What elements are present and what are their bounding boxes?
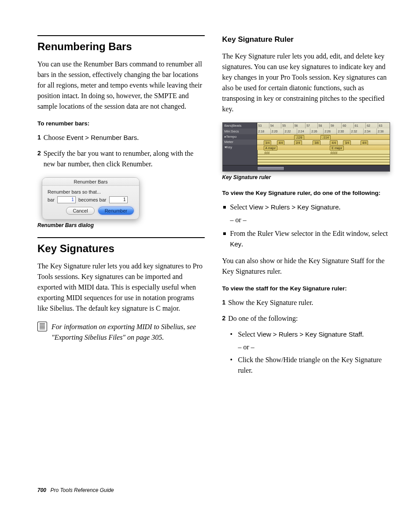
- label-bar: bar: [48, 197, 55, 202]
- step-number: 2: [37, 148, 41, 159]
- tempo-strip: ♩128♩114: [257, 134, 390, 139]
- step-1-text: Choose Event > Renumber Bars.: [44, 132, 205, 143]
- step-1: 1 Choose Event > Renumber Bars.: [37, 132, 205, 143]
- page-footer: 700 Pro Tools Reference Guide: [37, 487, 114, 493]
- ruler-label-key-text: Key: [226, 146, 232, 149]
- ruler-minsec-cells: 2:182:202:222:242:262:282:302:322:342:36: [257, 128, 390, 134]
- procedure-title-view-ruler: To view the Key Signature ruler, do one …: [222, 189, 390, 198]
- step-2: 2 Specify the bar you want to renumber, …: [37, 148, 205, 169]
- key-strip: A majorE major: [257, 145, 390, 150]
- page: Renumbering Bars You can use the Renumbe…: [0, 0, 420, 510]
- ruler-row-tempo: ▸ Tempo ♩128♩114: [223, 134, 390, 139]
- or-separator: – or –: [230, 216, 390, 224]
- ruler-row-bars: Bars|Beats 5354555657585960616263: [223, 123, 390, 128]
- caption-ruler: Key Signature ruler: [222, 174, 390, 180]
- heading-key-signatures: Key Signatures: [37, 237, 205, 255]
- ruler-scrollbar[interactable]: [223, 165, 390, 171]
- step-a-text: Show the Key Signature ruler.: [228, 297, 389, 308]
- figure-key-signature-ruler: Bars|Beats 5354555657585960616263 Min:Se…: [222, 122, 391, 172]
- scroll-thumb[interactable]: [257, 166, 284, 171]
- ruler-bar-cells: 5354555657585960616263: [257, 123, 390, 128]
- sub-bullet: Click the Show/Hide triangle on the Key …: [222, 355, 390, 376]
- paragraph-ruler-intro: The Key Signature ruler lets you add, ed…: [222, 51, 390, 114]
- input-bar-to[interactable]: 1: [109, 196, 128, 203]
- ruler-label-minsec: Min:Secs: [223, 128, 257, 134]
- ruler-row-key: ▾ Key A majorE major: [223, 145, 390, 150]
- bullet-item: Select View > Rulers > Key Signature.: [222, 202, 390, 213]
- cancel-button[interactable]: Cancel: [66, 207, 94, 215]
- two-column-layout: Renumbering Bars You can use the Renumbe…: [37, 35, 389, 379]
- staff-label-blank: [223, 150, 258, 165]
- figure-renumber-dialog: Renumber Bars Renumber bars so that... b…: [42, 177, 140, 220]
- dialog-title: Renumber Bars: [42, 178, 139, 186]
- paragraph-show-hide: You can also show or hide the Key Signat…: [222, 256, 390, 277]
- paragraph-renumber-intro: You can use the Renumber Bars command to…: [37, 59, 205, 112]
- heading-key-signature-ruler: Key Signature Ruler: [222, 35, 390, 44]
- step-b-text: Do one of the following:: [228, 313, 389, 324]
- note-text: For information on exporting MIDI to Sib…: [52, 322, 205, 343]
- caption-renumber-dialog: Renumber Bars dialog: [37, 222, 205, 228]
- label-becomes: becomes bar: [78, 197, 107, 202]
- ruler-label-tempo-text: Tempo: [226, 135, 237, 139]
- left-column: Renumbering Bars You can use the Renumbe…: [37, 35, 205, 379]
- dialog-body: Renumber bars so that... bar 1 becomes b…: [42, 186, 139, 219]
- meter-strip: 3/44/42/43/84/43/44/4: [257, 139, 390, 145]
- ruler-label-meter: Meter: [223, 139, 257, 145]
- staff-area: ♯♯♯♯♯♯♯: [223, 150, 390, 165]
- page-number: 700: [37, 487, 46, 493]
- renumber-button[interactable]: Renumber: [98, 207, 134, 215]
- step-number: 2: [222, 313, 226, 324]
- step-number: 1: [37, 132, 41, 143]
- ruler-row-meter: Meter 3/44/42/43/84/43/44/4: [223, 139, 390, 145]
- ruler-label-tempo: ▸ Tempo: [223, 134, 257, 139]
- bullet-list-1: Select View > Rulers > Key Signature. – …: [222, 202, 390, 249]
- step-number: 1: [222, 297, 226, 308]
- right-column: Key Signature Ruler The Key Signature ru…: [222, 35, 390, 379]
- dialog-button-row: Cancel Renumber: [48, 207, 134, 215]
- staff-lines: ♯♯♯♯♯♯♯: [258, 150, 390, 165]
- ruler-row-minsec: Min:Secs 2:182:202:222:242:262:282:302:3…: [223, 128, 390, 134]
- bullet-item: From the Ruler View selector in the Edit…: [222, 228, 390, 249]
- note-icon: [37, 322, 47, 331]
- paragraph-keysig-intro: The Key Signature ruler lets you add key…: [37, 261, 205, 314]
- step-2-text: Specify the bar you want to renumber, al…: [44, 148, 205, 169]
- dialog-subtitle: Renumber bars so that...: [48, 189, 134, 194]
- note-callout: For information on exporting MIDI to Sib…: [37, 322, 205, 343]
- step-a: 1 Show the Key Signature ruler.: [222, 297, 390, 308]
- sub-bullet-list: Select View > Rulers > Key Signature Sta…: [222, 329, 390, 376]
- or-separator: – or –: [238, 343, 390, 351]
- heading-renumbering-bars: Renumbering Bars: [37, 35, 205, 53]
- ruler-label-key: ▾ Key: [223, 145, 257, 150]
- procedure-title-view-staff: To view the staff for the Key Signature …: [222, 285, 390, 293]
- footer-title: Pro Tools Reference Guide: [50, 487, 114, 493]
- procedure-title-renumber: To renumber bars:: [37, 120, 205, 128]
- input-bar-from[interactable]: 1: [57, 196, 76, 203]
- step-b: 2 Do one of the following:: [222, 313, 390, 324]
- sub-bullet: Select View > Rulers > Key Signature Sta…: [222, 329, 390, 340]
- dialog-row: bar 1 becomes bar 1: [48, 196, 134, 203]
- ruler-label-bars: Bars|Beats: [223, 123, 257, 128]
